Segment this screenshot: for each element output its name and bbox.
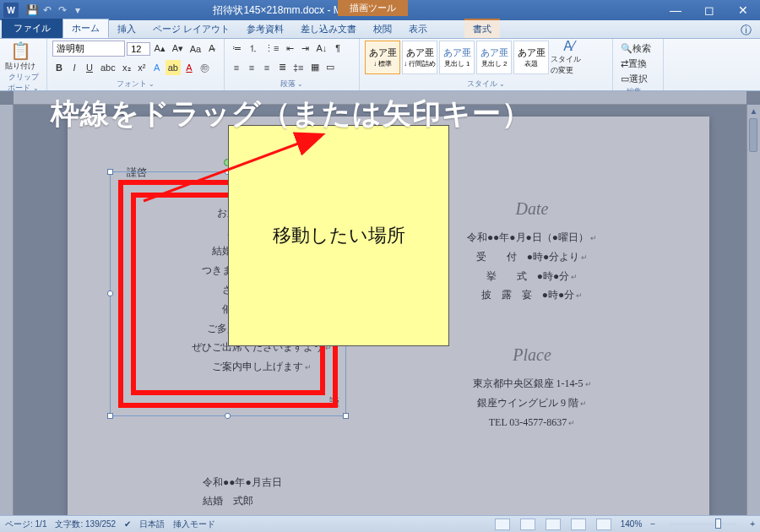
help-icon[interactable]: ⓘ: [741, 23, 752, 38]
change-styles-button[interactable]: A⁄ スタイルの変更: [551, 41, 588, 74]
status-bar: ページ: 1/1 文字数: 139/252 ✔ 日本語 挿入モード 140% −…: [0, 515, 760, 532]
resize-handle-sw[interactable]: [107, 413, 113, 419]
group-styles: あア亜↓ 標準 あア亜↓ 行間詰め あア亜見出し 1 あア亜見出し 2 あア亜表…: [360, 39, 613, 90]
enclose-char-icon[interactable]: ㊞: [198, 60, 212, 75]
sort-icon[interactable]: A↓: [313, 41, 329, 56]
replace-icon: ⇄: [621, 58, 628, 69]
group-editing: 🔍検索 ⇄置換 ▭選択 編集: [613, 39, 664, 90]
multilevel-icon[interactable]: ⋮≡: [262, 41, 281, 56]
view-web-button[interactable]: [546, 518, 561, 530]
view-print-layout-button[interactable]: [495, 518, 510, 530]
select-icon: ▭: [621, 73, 629, 84]
tab-format[interactable]: 書式: [464, 19, 500, 38]
font-family-combo[interactable]: 游明朝: [52, 41, 125, 57]
ribbon: 📋 貼り付け クリップボード 游明朝 12 A▴ A▾ Aa A̶ B I U …: [0, 39, 760, 91]
font-color-icon[interactable]: A: [182, 60, 196, 75]
annotation-target-label: 移動したい場所: [273, 223, 405, 248]
highlight-icon[interactable]: ab: [166, 60, 181, 75]
group-label-styles: スタイル: [365, 79, 607, 90]
resize-handle-se[interactable]: [343, 413, 349, 419]
minimize-button[interactable]: —: [659, 0, 692, 20]
qat-customize-icon[interactable]: ▾: [71, 3, 84, 17]
bold-button[interactable]: B: [52, 60, 66, 75]
view-draft-button[interactable]: [596, 518, 611, 530]
grow-font-icon[interactable]: A▴: [152, 41, 168, 57]
style-normal[interactable]: あア亜↓ 標準: [365, 41, 400, 74]
status-spellcheck-icon[interactable]: ✔: [124, 519, 131, 529]
zoom-in-button[interactable]: +: [750, 519, 755, 529]
clear-format-icon[interactable]: A̶: [205, 41, 219, 57]
change-styles-icon: A⁄: [563, 39, 574, 54]
tab-references[interactable]: 参考資料: [238, 20, 292, 38]
find-button[interactable]: 🔍検索: [618, 41, 654, 56]
bullets-icon[interactable]: ≔: [230, 41, 244, 56]
zoom-out-button[interactable]: −: [650, 519, 655, 529]
status-language[interactable]: 日本語: [139, 518, 165, 530]
align-left-icon[interactable]: ≡: [230, 60, 243, 75]
tab-view[interactable]: 表示: [400, 20, 436, 38]
replace-button[interactable]: ⇄置換: [618, 56, 649, 71]
tab-review[interactable]: 校閲: [365, 20, 400, 38]
annotation-headline: 枠線をドラッグ（または矢印キー）: [51, 95, 531, 133]
resize-handle-nw[interactable]: [107, 169, 113, 175]
shading-icon[interactable]: ▦: [308, 60, 322, 75]
indent-dec-icon[interactable]: ⇤: [283, 41, 296, 56]
group-clipboard: 📋 貼り付け クリップボード: [0, 39, 47, 90]
tab-home[interactable]: ホーム: [62, 19, 109, 38]
italic-button[interactable]: I: [68, 60, 81, 75]
status-wordcount[interactable]: 文字数: 139/252: [55, 518, 116, 530]
shrink-font-icon[interactable]: A▾: [170, 41, 186, 57]
zoom-slider-knob[interactable]: [715, 518, 721, 529]
tab-mailings[interactable]: 差し込み文書: [292, 20, 365, 38]
view-fullscreen-button[interactable]: [520, 518, 535, 530]
undo-icon[interactable]: ↶: [41, 3, 54, 17]
indent-inc-icon[interactable]: ⇥: [298, 41, 312, 56]
paste-button[interactable]: 📋 貼り付け: [5, 41, 35, 72]
zoom-level[interactable]: 140%: [621, 519, 643, 529]
app-icon: W: [3, 3, 19, 18]
strike-button[interactable]: abc: [98, 60, 118, 75]
group-paragraph: ≔ ⒈ ⋮≡ ⇤ ⇥ A↓ ¶ ≡ ≡ ≡ ≣ ‡≡ ▦ ▭ 段落: [225, 39, 360, 90]
style-heading2[interactable]: あア亜見出し 2: [476, 41, 512, 74]
tab-file[interactable]: ファイル: [2, 19, 62, 38]
numbering-icon[interactable]: ⒈: [246, 41, 260, 56]
text-effects-icon[interactable]: A: [150, 60, 164, 75]
change-case-icon[interactable]: Aa: [187, 41, 204, 57]
paste-label: 貼り付け: [5, 61, 35, 72]
zoom-slider[interactable]: [669, 523, 736, 526]
tab-insert[interactable]: 挿入: [109, 20, 144, 38]
status-insert-mode[interactable]: 挿入モード: [173, 518, 215, 530]
save-icon[interactable]: 💾: [25, 3, 39, 17]
show-marks-icon[interactable]: ¶: [331, 41, 345, 56]
maximize-button[interactable]: ◻: [692, 0, 726, 20]
line-spacing-icon[interactable]: ‡≡: [290, 60, 307, 75]
resize-handle-s[interactable]: [225, 413, 231, 419]
group-label-paragraph: 段落: [230, 79, 354, 90]
group-label-font: フォント: [52, 79, 219, 90]
align-right-icon[interactable]: ≡: [260, 60, 274, 75]
view-outline-button[interactable]: [571, 518, 586, 530]
borders-icon[interactable]: ▭: [323, 60, 337, 75]
underline-button[interactable]: U: [83, 60, 96, 75]
justify-icon[interactable]: ≣: [275, 60, 289, 75]
document-area: ▲ 謹啓 皆様にはお健 お過ごしのことと このたび 私た 結婚式を挙げること つ…: [0, 91, 760, 515]
style-title[interactable]: あア亜表題: [513, 41, 549, 74]
style-heading1[interactable]: あア亜見出し 1: [439, 41, 475, 74]
close-button[interactable]: ✕: [726, 0, 760, 20]
style-nospacing[interactable]: あア亜↓ 行間詰め: [402, 41, 437, 74]
find-icon: 🔍: [621, 43, 632, 54]
subscript-button[interactable]: x₂: [120, 60, 133, 75]
align-center-icon[interactable]: ≡: [245, 60, 258, 75]
redo-icon[interactable]: ↷: [56, 3, 69, 17]
select-button[interactable]: ▭選択: [618, 71, 650, 86]
title-bar: W 💾 ↶ ↷ ▾ 招待状145×218mm.docx - Microsoft …: [0, 0, 760, 20]
superscript-button[interactable]: x²: [135, 60, 149, 75]
resize-handle-w[interactable]: [107, 290, 113, 296]
tab-page-layout[interactable]: ページ レイアウト: [144, 20, 238, 38]
clipboard-icon: 📋: [10, 41, 31, 61]
status-page[interactable]: ページ: 1/1: [5, 518, 46, 530]
font-size-combo[interactable]: 12: [127, 42, 150, 56]
annotation-target-box: 移動したい場所: [228, 125, 449, 346]
style-gallery[interactable]: あア亜↓ 標準 あア亜↓ 行間詰め あア亜見出し 1 あア亜見出し 2 あア亜表…: [365, 41, 549, 74]
contextual-tool-label: 描画ツール: [338, 0, 408, 16]
